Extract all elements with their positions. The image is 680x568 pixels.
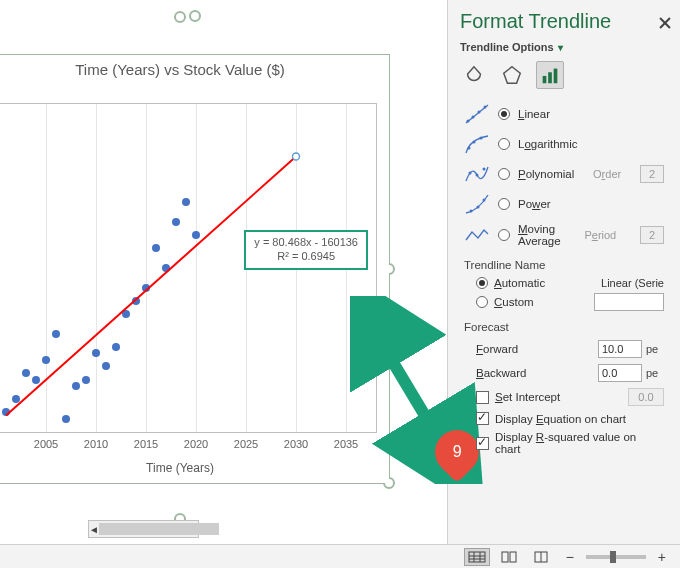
trendline-r-squared: R² = 0.6945 xyxy=(254,250,358,264)
zoom-in-button[interactable]: + xyxy=(652,549,672,565)
x-tick-label: 2005 xyxy=(34,438,58,450)
chart-title[interactable]: Time (Years) vs Stock Value ($) xyxy=(0,55,389,88)
option-power[interactable]: Power xyxy=(464,189,664,219)
svg-point-20 xyxy=(483,199,486,202)
set-intercept[interactable]: Set Intercept 0.0 xyxy=(476,385,664,409)
name-automatic[interactable]: Automatic Linear (Serie xyxy=(476,275,664,291)
option-linear[interactable]: Linear xyxy=(464,99,664,129)
backward-input[interactable]: 0.0 xyxy=(598,364,642,382)
data-point[interactable] xyxy=(112,343,120,351)
svg-marker-3 xyxy=(504,67,521,84)
data-point[interactable] xyxy=(22,369,30,377)
data-point[interactable] xyxy=(72,382,80,390)
radio[interactable] xyxy=(498,138,510,150)
scroll-left-icon[interactable]: ◄ xyxy=(89,524,99,535)
data-point[interactable] xyxy=(62,415,70,423)
checkbox[interactable] xyxy=(476,437,489,450)
option-label: inear xyxy=(524,108,550,120)
svg-rect-5 xyxy=(548,72,552,83)
svg-rect-21 xyxy=(469,552,485,562)
svg-line-0 xyxy=(6,156,296,415)
panel-subtitle[interactable]: Trendline Options▾ xyxy=(448,37,680,61)
data-point[interactable] xyxy=(192,231,200,239)
trendline-name-label: Trendline Name xyxy=(464,251,664,275)
option-moving-average[interactable]: MovingAverage Period 2 xyxy=(464,219,664,251)
trendline-options-tab-icon[interactable] xyxy=(536,61,564,89)
data-point[interactable] xyxy=(122,310,130,318)
order-input: 2 xyxy=(640,165,664,183)
polynomial-icon xyxy=(464,163,490,185)
custom-name-input[interactable] xyxy=(594,293,664,311)
forward-unit: pe xyxy=(642,343,664,355)
radio[interactable] xyxy=(476,296,488,308)
x-tick-label: 2030 xyxy=(284,438,308,450)
panel-tab-icons xyxy=(448,61,680,97)
effects-tab-icon[interactable] xyxy=(498,61,526,89)
page-layout-view-button[interactable] xyxy=(496,548,522,566)
auto-name-value: Linear (Serie xyxy=(601,277,664,289)
trendline-equation-box[interactable]: y = 80.468x - 160136 R² = 0.6945 xyxy=(244,230,368,270)
resize-handle[interactable] xyxy=(174,11,186,23)
option-label: er xyxy=(540,198,550,210)
linear-icon xyxy=(464,103,490,125)
trendline-equation: y = 80.468x - 160136 xyxy=(254,236,358,250)
option-label: garithmic xyxy=(531,138,578,150)
zoom-slider[interactable] xyxy=(586,555,646,559)
checkbox[interactable] xyxy=(476,412,489,425)
svg-point-19 xyxy=(477,206,480,209)
horizontal-scrollbar[interactable]: ◄ ► xyxy=(88,520,199,538)
option-label: olynomial xyxy=(526,168,575,180)
data-point[interactable] xyxy=(42,356,50,364)
data-point[interactable] xyxy=(2,408,10,416)
panel-title: Format Trendline xyxy=(460,10,668,33)
data-point[interactable] xyxy=(102,362,110,370)
moving-average-icon xyxy=(464,224,490,246)
period-label: Period xyxy=(584,229,616,241)
period-input: 2 xyxy=(640,226,664,244)
svg-point-17 xyxy=(483,168,486,171)
data-point[interactable] xyxy=(162,264,170,272)
data-point[interactable] xyxy=(82,376,90,384)
checkbox[interactable] xyxy=(476,391,489,404)
radio[interactable] xyxy=(476,277,488,289)
option-logarithmic[interactable]: Logarithmic xyxy=(464,129,664,159)
page-break-view-button[interactable] xyxy=(528,548,554,566)
chevron-down-icon: ▾ xyxy=(558,42,563,53)
zoom-out-button[interactable]: − xyxy=(560,549,580,565)
name-custom[interactable]: Custom xyxy=(476,291,664,313)
forward-input[interactable]: 10.0 xyxy=(598,340,642,358)
chart[interactable]: Time (Years) vs Stock Value ($) 20052010… xyxy=(0,18,410,498)
data-point[interactable] xyxy=(52,330,60,338)
x-tick-label: 2025 xyxy=(234,438,258,450)
data-point[interactable] xyxy=(12,395,20,403)
svg-point-14 xyxy=(480,137,483,140)
option-polynomial[interactable]: Polynomial Order 2 xyxy=(464,159,664,189)
data-point[interactable] xyxy=(152,244,160,252)
logarithmic-icon xyxy=(464,133,490,155)
normal-view-button[interactable] xyxy=(464,548,490,566)
data-point[interactable] xyxy=(92,349,100,357)
chart-rotate-handle[interactable] xyxy=(189,10,201,22)
forecast-label: Forecast xyxy=(464,313,664,337)
intercept-input: 0.0 xyxy=(628,388,664,406)
radio[interactable] xyxy=(498,168,510,180)
data-point[interactable] xyxy=(172,218,180,226)
svg-point-13 xyxy=(473,141,476,144)
display-equation[interactable]: Display Equation on chart xyxy=(476,409,664,428)
display-r-squared[interactable]: Display R-squared value on chart xyxy=(476,428,664,458)
fill-line-tab-icon[interactable] xyxy=(460,61,488,89)
data-point[interactable] xyxy=(142,284,150,292)
data-point[interactable] xyxy=(182,198,190,206)
forecast-forward: Forward 10.0 pe xyxy=(476,337,664,361)
x-axis-title[interactable]: Time (Years) xyxy=(0,461,389,475)
data-point[interactable] xyxy=(32,376,40,384)
radio[interactable] xyxy=(498,108,510,120)
x-tick-label: 2015 xyxy=(134,438,158,450)
radio[interactable] xyxy=(498,229,510,241)
x-tick-label: 2020 xyxy=(184,438,208,450)
radio[interactable] xyxy=(498,198,510,210)
order-label: Order xyxy=(593,168,621,180)
power-icon xyxy=(464,193,490,215)
worksheet-area: Time (Years) vs Stock Value ($) 20052010… xyxy=(0,0,448,568)
data-point[interactable] xyxy=(132,297,140,305)
